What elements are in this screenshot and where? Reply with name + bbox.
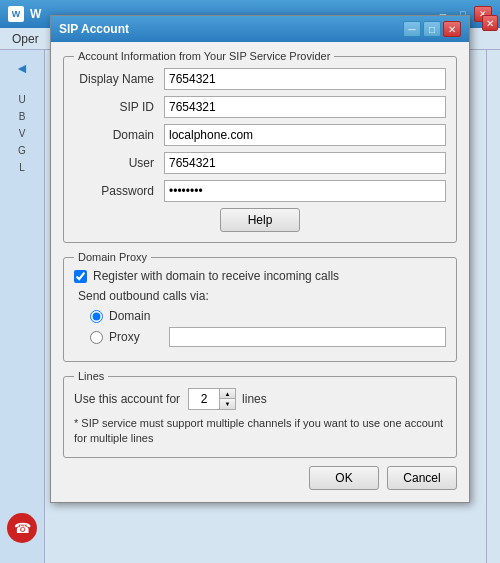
bg-window-title: W bbox=[30, 7, 41, 21]
sip-id-label: SIP ID bbox=[74, 100, 164, 114]
domain-proxy-legend: Domain Proxy bbox=[74, 251, 151, 263]
dialog-titlebar: SIP Account ─ □ ✕ bbox=[51, 16, 469, 42]
bg-sidebar: ◄ U B V G L ☎ bbox=[0, 50, 45, 563]
sip-id-row: SIP ID bbox=[74, 96, 446, 118]
sidebar-item-l[interactable]: L bbox=[0, 160, 44, 175]
cancel-button[interactable]: Cancel bbox=[387, 466, 457, 490]
spinner-arrows: ▲ ▼ bbox=[219, 389, 235, 409]
spinner-down-button[interactable]: ▼ bbox=[219, 399, 235, 409]
display-name-label: Display Name bbox=[74, 72, 164, 86]
account-info-legend: Account Information from Your SIP Servic… bbox=[74, 50, 334, 62]
password-label: Password bbox=[74, 184, 164, 198]
sidebar-items: U B V G L bbox=[0, 92, 44, 175]
spinner-up-button[interactable]: ▲ bbox=[219, 389, 235, 399]
proxy-radio-label: Proxy bbox=[109, 330, 169, 344]
dialog-minimize-button[interactable]: ─ bbox=[403, 21, 421, 37]
domain-radio-label: Domain bbox=[109, 309, 169, 323]
domain-row: Domain bbox=[74, 124, 446, 146]
lines-note: * SIP service must support multiple chan… bbox=[74, 416, 446, 447]
lines-legend: Lines bbox=[74, 370, 108, 382]
outer-window: W W ─ □ ✕ Oper ◄ U B V G L ☎ ✕ bbox=[0, 0, 500, 563]
password-row: Password bbox=[74, 180, 446, 202]
sidebar-item-v[interactable]: V bbox=[0, 126, 44, 141]
dialog-close-button[interactable]: ✕ bbox=[443, 21, 461, 37]
lines-input[interactable] bbox=[189, 389, 219, 409]
dialog-content: Account Information from Your SIP Servic… bbox=[51, 42, 469, 502]
domain-radio[interactable] bbox=[90, 310, 103, 323]
lines-spinner: ▲ ▼ bbox=[188, 388, 236, 410]
lines-suffix: lines bbox=[242, 392, 267, 406]
domain-input[interactable] bbox=[164, 124, 446, 146]
send-outbound-label: Send outbound calls via: bbox=[78, 289, 446, 303]
dialog-title: SIP Account bbox=[59, 22, 403, 36]
help-button[interactable]: Help bbox=[220, 208, 300, 232]
user-label: User bbox=[74, 156, 164, 170]
proxy-radio-row: Proxy bbox=[90, 327, 446, 347]
user-row: User bbox=[74, 152, 446, 174]
domain-proxy-fieldset: Domain Proxy Register with domain to rec… bbox=[63, 251, 457, 362]
phone-icon[interactable]: ☎ bbox=[7, 513, 37, 543]
sidebar-arrow: ◄ bbox=[12, 58, 32, 78]
outer-close-button[interactable]: ✕ bbox=[482, 15, 498, 31]
domain-radio-row: Domain bbox=[90, 309, 446, 323]
proxy-radio[interactable] bbox=[90, 331, 103, 344]
ok-button[interactable]: OK bbox=[309, 466, 379, 490]
sidebar-item-b[interactable]: B bbox=[0, 109, 44, 124]
sidebar-item-g[interactable]: G bbox=[0, 143, 44, 158]
dialog-controls: ─ □ ✕ bbox=[403, 21, 461, 37]
register-checkbox-row: Register with domain to receive incoming… bbox=[74, 269, 446, 283]
register-checkbox-label: Register with domain to receive incoming… bbox=[93, 269, 339, 283]
register-checkbox[interactable] bbox=[74, 270, 87, 283]
sip-account-dialog: SIP Account ─ □ ✕ Account Information fr… bbox=[50, 15, 470, 503]
password-input[interactable] bbox=[164, 180, 446, 202]
proxy-input[interactable] bbox=[169, 327, 446, 347]
use-account-label: Use this account for bbox=[74, 392, 180, 406]
sip-id-input[interactable] bbox=[164, 96, 446, 118]
account-info-fieldset: Account Information from Your SIP Servic… bbox=[63, 50, 457, 243]
domain-label: Domain bbox=[74, 128, 164, 142]
bg-scrollbar[interactable] bbox=[486, 50, 500, 563]
sidebar-item-u[interactable]: U bbox=[0, 92, 44, 107]
bg-app-icon: W bbox=[8, 6, 24, 22]
dialog-maximize-button[interactable]: □ bbox=[423, 21, 441, 37]
dialog-buttons: OK Cancel bbox=[63, 466, 457, 490]
lines-count-row: Use this account for ▲ ▼ lines bbox=[74, 388, 446, 410]
display-name-row: Display Name bbox=[74, 68, 446, 90]
bg-menu-item-oper[interactable]: Oper bbox=[4, 30, 47, 48]
user-input[interactable] bbox=[164, 152, 446, 174]
lines-fieldset: Lines Use this account for ▲ ▼ lines * S… bbox=[63, 370, 457, 458]
display-name-input[interactable] bbox=[164, 68, 446, 90]
